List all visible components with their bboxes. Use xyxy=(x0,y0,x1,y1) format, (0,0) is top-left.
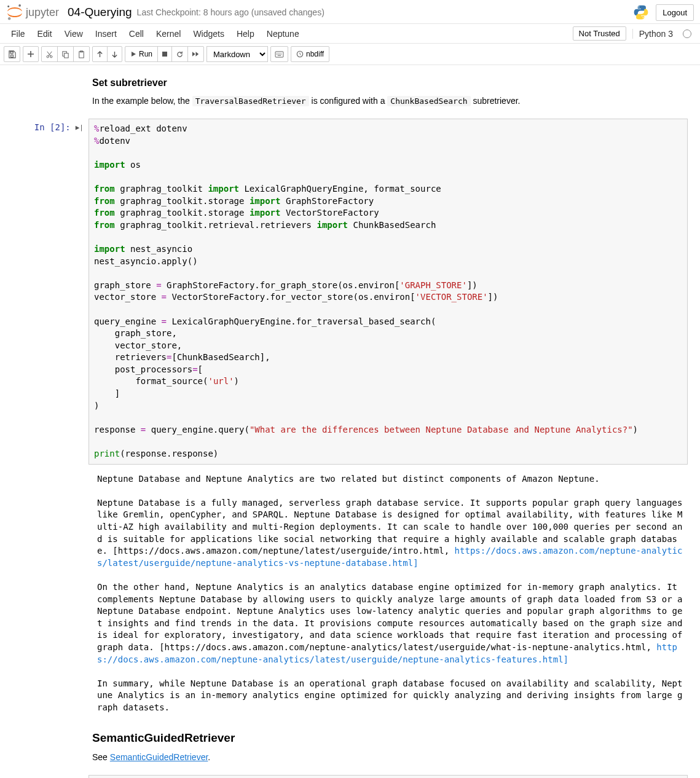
code-cell: In [10]: ▶| %reload_ext dotenv %dotenv i… xyxy=(5,775,695,779)
code-input[interactable]: %reload_ext dotenv %dotenv import os fro… xyxy=(88,119,688,465)
nbdiff-label: nbdiff xyxy=(306,50,324,58)
kernel-status-icon[interactable] xyxy=(683,29,691,38)
svg-point-0 xyxy=(18,4,21,7)
heading-semanticguidedretriever: SemanticGuidedRetriever xyxy=(92,731,688,745)
input-prompt: In [2]: ▶| xyxy=(9,119,88,465)
diff-icon xyxy=(296,50,304,58)
code-cell: In [2]: ▶| %reload_ext dotenv %dotenv im… xyxy=(5,119,695,465)
restart-run-all-button[interactable] xyxy=(187,46,204,62)
add-cell-button[interactable] xyxy=(23,46,39,62)
jupyter-brand-text: jupyter xyxy=(26,6,59,19)
trust-button[interactable]: Not Trusted xyxy=(573,26,626,41)
stop-icon xyxy=(162,51,168,57)
run-label: Run xyxy=(139,50,152,58)
jupyter-icon xyxy=(6,4,23,21)
inline-code: ChunkBasedSearch xyxy=(387,96,470,106)
svg-rect-9 xyxy=(162,52,167,57)
jupyter-logo[interactable]: jupyter xyxy=(6,4,68,21)
copy-icon xyxy=(61,50,69,58)
cell-output: Neptune Database and Neptune Analytics a… xyxy=(92,470,688,714)
arrow-down-icon xyxy=(111,50,118,58)
scissors-icon xyxy=(45,50,53,58)
paragraph: See SemanticGuidedRetriever. xyxy=(92,751,688,764)
menu-bar: File Edit View Insert Cell Kernel Widget… xyxy=(0,24,700,44)
menu-edit[interactable]: Edit xyxy=(31,25,58,42)
semanticguidedretriever-link[interactable]: SemanticGuidedRetriever xyxy=(110,752,208,762)
kernel-name[interactable]: Python 3 xyxy=(632,29,677,39)
nbdiff-button[interactable]: nbdiff xyxy=(291,46,329,62)
menu-file[interactable]: File xyxy=(5,25,31,42)
save-button[interactable] xyxy=(4,46,20,62)
keyboard-icon xyxy=(275,51,284,58)
inline-code: TraversalBasedRetriever xyxy=(192,96,309,106)
plus-icon xyxy=(27,50,34,58)
checkpoint-text: Last Checkpoint: 8 hours ago xyxy=(137,7,249,17)
paste-icon xyxy=(77,50,85,58)
restart-icon xyxy=(176,50,184,58)
interrupt-button[interactable] xyxy=(157,46,172,62)
menu-neptune[interactable]: Neptune xyxy=(261,25,305,42)
arrow-up-icon xyxy=(96,50,103,58)
save-icon xyxy=(8,50,16,58)
menu-widgets[interactable]: Widgets xyxy=(187,25,230,42)
run-cell-icon[interactable]: ▶| xyxy=(76,124,84,132)
cut-button[interactable] xyxy=(41,46,58,62)
toolbar: Run Markdown nbdiff xyxy=(0,44,700,65)
run-button[interactable]: Run xyxy=(125,46,158,62)
copy-button[interactable] xyxy=(57,46,74,62)
move-up-button[interactable] xyxy=(92,46,108,62)
fast-forward-icon xyxy=(192,51,200,57)
command-palette-button[interactable] xyxy=(270,46,288,62)
markdown-cell[interactable]: SemanticGuidedRetriever See SemanticGuid… xyxy=(92,731,688,764)
menu-kernel[interactable]: Kernel xyxy=(150,25,187,42)
menu-help[interactable]: Help xyxy=(230,25,261,42)
markdown-cell[interactable]: Set subretriever In the example below, t… xyxy=(92,77,688,108)
svg-point-2 xyxy=(7,6,9,7)
paragraph: In the example below, the TraversalBased… xyxy=(92,95,688,108)
notebook-header: jupyter 04-Querying Last Checkpoint: 8 h… xyxy=(0,0,700,24)
svg-point-1 xyxy=(8,17,10,20)
code-input[interactable]: %reload_ext dotenv %dotenv import os fro… xyxy=(88,775,688,779)
notebook-body: Set subretriever In the example below, t… xyxy=(0,65,700,778)
paste-button[interactable] xyxy=(73,46,90,62)
python-icon xyxy=(632,4,650,21)
svg-rect-6 xyxy=(65,53,69,57)
menu-view[interactable]: View xyxy=(58,25,89,42)
menu-insert[interactable]: Insert xyxy=(89,25,123,42)
heading-set-subretriever: Set subretriever xyxy=(92,77,688,88)
svg-rect-7 xyxy=(79,51,84,57)
unsaved-text: (unsaved changes) xyxy=(251,7,324,17)
notebook-title[interactable]: 04-Querying xyxy=(68,6,132,19)
restart-button[interactable] xyxy=(171,46,188,62)
play-icon xyxy=(130,51,136,57)
cell-type-select[interactable]: Markdown xyxy=(206,46,268,62)
move-down-button[interactable] xyxy=(107,46,122,62)
menu-cell[interactable]: Cell xyxy=(123,25,150,42)
input-prompt: In [10]: ▶| xyxy=(9,775,88,779)
logout-button[interactable]: Logout xyxy=(656,4,694,21)
